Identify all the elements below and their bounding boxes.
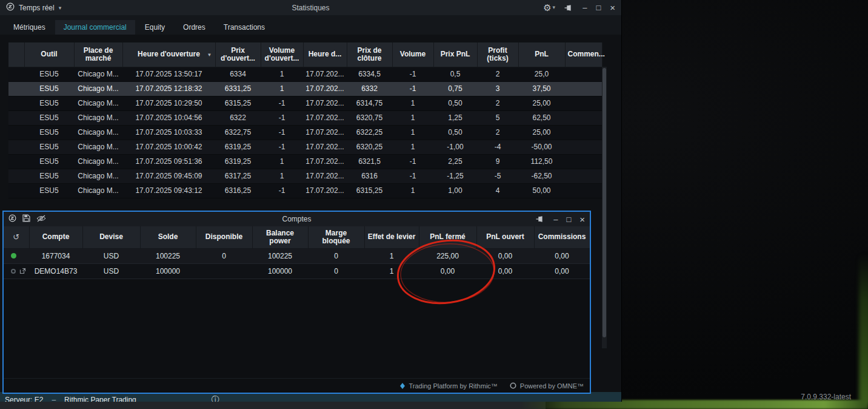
journal-cell: -1 (392, 81, 433, 96)
journal-row[interactable]: ESU5Chicago M...17.07.2025 10:00:426319,… (8, 140, 602, 154)
minimize-button[interactable]: – (583, 4, 587, 12)
journal-col-commentaire[interactable]: Commen... (565, 42, 602, 67)
account-row[interactable]: 1677034USD100225010022501225,000,000,00 (4, 248, 590, 263)
account-cell: 225,00 (419, 248, 476, 263)
save-icon[interactable] (22, 214, 30, 225)
accounts-col-pnl-ferme[interactable]: PnL fermé (419, 226, 476, 248)
account-row[interactable]: DEMO14B73USD100000100000010,000,000,00 (4, 263, 590, 279)
journal-cell: ESU5 (24, 96, 74, 110)
journal-scrollbar[interactable] (602, 67, 607, 348)
pin-button[interactable] (536, 215, 545, 223)
account-status-dot (11, 253, 16, 259)
journal-row[interactable]: ESU5Chicago M...17.07.2025 10:04:566322-… (8, 110, 602, 125)
account-cell: USD (82, 248, 140, 263)
tab-journal-commercial[interactable]: Journal commercial (55, 20, 135, 35)
app-logo-icon (6, 2, 15, 13)
journal-cell: 1,25 (433, 110, 477, 125)
history-clock-icon: ↺ (13, 232, 19, 242)
account-cell: 0 (308, 263, 364, 279)
accounts-col-compte[interactable]: Compte (29, 226, 82, 248)
journal-table: Outil Place de marché Heure d'ouverture … (8, 42, 603, 198)
account-cell: 1677034 (29, 248, 82, 263)
journal-col-heure-cloture[interactable]: Heure d... (303, 42, 347, 67)
journal-row[interactable]: ESU5Chicago M...17.07.2025 12:18:326331,… (8, 81, 602, 96)
chevron-down-icon[interactable]: ▾ (59, 4, 62, 11)
journal-cell: 0,75 (433, 81, 477, 96)
account-cell: 0,00 (534, 263, 590, 279)
accounts-col-status[interactable]: ↺ (4, 226, 29, 248)
journal-cell: 1 (392, 183, 433, 198)
close-button[interactable]: × (610, 3, 615, 12)
app-logo-icon (8, 214, 16, 225)
account-cell: 0,00 (534, 248, 590, 263)
journal-row[interactable]: ESU5Chicago M...17.07.2025 13:50:1763341… (8, 67, 602, 81)
journal-cell: 17.07.2025 10:04:56 (122, 110, 215, 125)
journal-row[interactable]: ESU5Chicago M...17.07.2025 09:43:126316,… (8, 183, 602, 198)
realtime-menu[interactable]: Temps réel (19, 4, 55, 12)
journal-col-prix-cloture[interactable]: Prix de clôture (347, 42, 392, 67)
accounts-col-effet-de-levier[interactable]: Effet de levier (364, 226, 419, 248)
journal-cell: 6334,5 (347, 67, 392, 81)
journal-cell: 2 (477, 96, 518, 110)
journal-cell: Chicago M... (74, 183, 122, 198)
journal-table-body: ESU5Chicago M...17.07.2025 13:50:1763341… (8, 67, 602, 198)
eye-off-icon[interactable] (36, 214, 46, 225)
journal-cell (565, 67, 602, 81)
journal-cell: 6316,25 (215, 183, 261, 198)
journal-cell: 6314,75 (347, 96, 392, 110)
journal-cell: 4 (477, 183, 518, 198)
maximize-button[interactable]: □ (566, 215, 571, 223)
journal-row[interactable]: ESU5Chicago M...17.07.2025 10:29:506315,… (8, 96, 602, 110)
journal-cell: 2,25 (433, 154, 477, 169)
journal-cell: 17.07.2025 09:45:09 (122, 169, 215, 183)
accounts-col-balance-power[interactable]: Balance power (252, 226, 308, 248)
journal-cell: 6334 (215, 67, 261, 81)
journal-cell: 1 (261, 169, 303, 183)
journal-panel: Outil Place de marché Heure d'ouverture … (0, 35, 621, 198)
minimize-button[interactable]: – (553, 215, 558, 223)
journal-cell: -1 (261, 96, 303, 110)
maximize-button[interactable]: □ (596, 4, 601, 12)
accounts-col-solde[interactable]: Solde (140, 226, 196, 248)
journal-col-volume[interactable]: Volume (392, 42, 433, 67)
journal-cell (8, 183, 24, 198)
journal-col-profit-ticks[interactable]: Profit (ticks) (477, 42, 518, 67)
accounts-col-marge-bloquee[interactable]: Marge bloquée (308, 226, 364, 248)
journal-col-heure-ouverture[interactable]: Heure d'ouverture ▼ (122, 42, 215, 67)
journal-col-pnl[interactable]: PnL (518, 42, 565, 67)
journal-cell: 1 (392, 125, 433, 140)
main-titlebar: Temps réel ▾ Statistiques ⚙ ▾ – □ × (0, 0, 621, 15)
journal-cell: 17.07.2025 10:00:42 (122, 140, 215, 154)
journal-cell: 6315,25 (215, 96, 261, 110)
journal-row[interactable]: ESU5Chicago M...17.07.2025 09:51:366319,… (8, 154, 602, 169)
info-icon[interactable]: ⓘ (212, 394, 219, 402)
accounts-col-commissions[interactable]: Commissions (534, 226, 590, 248)
server-label: Serveur: E2 (5, 396, 43, 402)
tab-transactions[interactable]: Transactions (215, 20, 273, 35)
journal-row[interactable]: ESU5Chicago M...17.07.2025 10:03:336322,… (8, 125, 602, 140)
journal-col-prix-pnl[interactable]: Prix PnL (433, 42, 477, 67)
external-link-icon[interactable] (19, 268, 26, 274)
close-button[interactable]: × (579, 215, 585, 224)
accounts-col-devise[interactable]: Devise (82, 226, 140, 248)
journal-cell: -1 (261, 110, 303, 125)
journal-col-place-de-marche[interactable]: Place de marché (74, 42, 122, 67)
journal-cell: 6320,25 (347, 140, 392, 154)
journal-col-outil[interactable]: Outil (24, 42, 74, 67)
tab-metriques[interactable]: Métriques (5, 20, 54, 35)
accounts-col-disponible[interactable]: Disponible (196, 226, 252, 248)
journal-cell (8, 67, 24, 81)
settings-gear-button[interactable]: ⚙ ▾ (543, 3, 555, 12)
journal-cell: 6315,25 (347, 183, 392, 198)
journal-col-prix-ouverture[interactable]: Prix d'ouvert... (215, 42, 261, 67)
tab-equity[interactable]: Equity (136, 20, 173, 35)
tab-ordres[interactable]: Ordres (175, 20, 214, 35)
pin-button[interactable] (564, 4, 573, 12)
accounts-col-pnl-ouvert[interactable]: PnL ouvert (476, 226, 534, 248)
journal-cell: 6322,75 (215, 125, 261, 140)
account-cell: 100000 (252, 263, 308, 279)
sort-arrow-icon[interactable]: ▼ (207, 50, 212, 58)
scrollbar-thumb[interactable] (603, 68, 606, 337)
journal-row[interactable]: ESU5Chicago M...17.07.2025 09:45:096317,… (8, 169, 602, 183)
journal-col-volume-ouverture[interactable]: Volume d'ouvert... (261, 42, 303, 67)
